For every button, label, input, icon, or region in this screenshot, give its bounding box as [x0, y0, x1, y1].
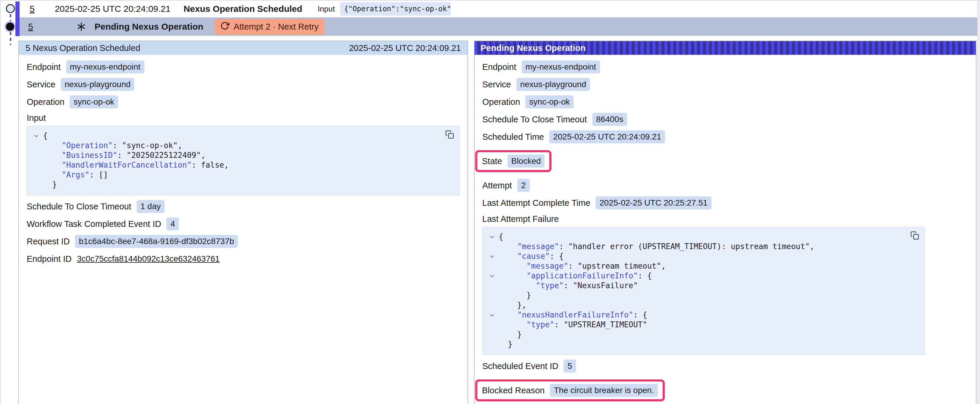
event-row-scheduled[interactable]: 5 2025-02-25 UTC 20:24:09.21 Nexus Opera…	[19, 1, 980, 17]
field-label: Last Attempt Complete Time	[482, 198, 590, 208]
field-label: Service	[27, 80, 56, 89]
last-attempt-failure-label: Last Attempt Failure	[482, 214, 968, 224]
blocked-reason-chip: The circuit breaker is open.	[550, 384, 658, 397]
field-scheduled-time: Scheduled Time 2025-02-25 UTC 20:24:09.2…	[482, 130, 968, 143]
field-scheduled-event-id: Scheduled Event ID 5	[482, 360, 968, 372]
json-line: }	[485, 291, 907, 300]
field-label: Endpoint	[482, 62, 516, 72]
json-line: "message": "upstream timeout",	[485, 261, 907, 271]
input-preview-chip[interactable]: {"Operation":"sync-op-ok","BusinessID":"…	[340, 2, 450, 16]
collapse-chevron-icon[interactable]	[489, 255, 495, 258]
pending-panel-title: Pending Nexus Operation	[480, 43, 586, 53]
json-line: "type": "UPSTREAM_TIMEOUT"	[485, 320, 907, 330]
field-label: Workflow Task Completed Event ID	[27, 219, 161, 229]
field-schedule-to-close: Schedule To Close Timeout 1 day	[27, 200, 460, 213]
copy-icon[interactable]	[445, 130, 455, 140]
field-value-chip: 2	[517, 179, 530, 192]
field-label: Operation	[27, 97, 64, 107]
field-operation: Operation sync-op-ok	[482, 95, 968, 108]
field-endpoint: Endpoint my-nexus-endpoint	[27, 60, 460, 73]
pending-event-id-link[interactable]: 5	[28, 22, 33, 32]
event-title: Nexus Operation Scheduled	[184, 4, 302, 14]
event-id-link[interactable]: 5	[30, 4, 35, 14]
pending-row-title: Pending Nexus Operation	[95, 22, 204, 32]
json-line: "BusinessID": "20250225122409",	[29, 151, 442, 160]
field-service: Service nexus-playground	[27, 78, 460, 91]
field-value-chip: nexus-playground	[61, 78, 135, 91]
page-left-border	[0, 1, 1, 404]
collapse-chevron-icon[interactable]	[489, 274, 495, 278]
timeline-filled-dot	[6, 22, 14, 31]
input-section-label: Input	[27, 113, 460, 123]
selected-group-indicator-bar	[16, 2, 19, 36]
failure-json-lines: { "message": "handler error (UPSTREAM_TI…	[485, 232, 907, 349]
field-value-chip: 86400s	[592, 113, 627, 126]
field-request-id: Request ID b1c6a4bc-8ee7-468a-9169-df3b0…	[27, 235, 460, 248]
field-label: Blocked Reason	[482, 386, 544, 395]
field-label: Scheduled Event ID	[482, 361, 558, 371]
event-details-header: 5 Nexus Operation Scheduled 2025-02-25 U…	[19, 41, 468, 55]
field-operation: Operation sync-op-ok	[27, 95, 460, 108]
input-json-lines: { "Operation": "sync-op-ok", "BusinessID…	[29, 131, 442, 190]
field-label: Schedule To Close Timeout	[27, 202, 131, 211]
field-label: State	[482, 156, 502, 166]
field-label: Endpoint ID	[27, 254, 72, 264]
pending-operation-panel: Pending Nexus Operation Endpoint my-nexu…	[474, 41, 977, 404]
state-value-chip: Blocked	[508, 155, 545, 168]
field-last-attempt-complete-time: Last Attempt Complete Time 2025-02-25 UT…	[482, 196, 968, 209]
event-timestamp: 2025-02-25 UTC 20:24:09.21	[55, 4, 170, 14]
json-line: }	[29, 180, 442, 190]
collapse-chevron-icon[interactable]	[489, 314, 495, 317]
field-label: Endpoint	[27, 62, 61, 72]
collapse-chevron-icon[interactable]	[489, 235, 495, 239]
pending-operation-row[interactable]: 5 Pending Nexus Operation Attempt 2 · Ne…	[19, 17, 980, 36]
json-line: "applicationFailureInfo": {	[485, 271, 907, 281]
field-value-chip: 4	[166, 217, 179, 230]
field-value-chip: 5	[563, 360, 576, 372]
json-line: "Args": []	[29, 170, 442, 180]
event-timeline-gutter	[2, 1, 15, 48]
input-label: Input	[318, 5, 335, 14]
field-schedule-to-close: Schedule To Close Timeout 86400s	[482, 113, 968, 126]
state-highlight-box: State Blocked	[475, 150, 551, 172]
field-value-chip: sync-op-ok	[525, 95, 574, 108]
pending-panel-header: Pending Nexus Operation	[474, 41, 976, 55]
json-line: "type": "NexusFailure"	[485, 281, 907, 291]
blocked-reason-highlight-box: Blocked Reason The circuit breaker is op…	[475, 379, 665, 401]
field-service: Service nexus-playground	[482, 78, 968, 91]
endpoint-id-link[interactable]: 3c0c75ccfa8144b092c13ce632463761	[77, 254, 220, 264]
field-label: Operation	[482, 97, 520, 107]
event-details-header-timestamp: 2025-02-25 UTC 20:24:09.21	[349, 43, 461, 53]
json-line: {	[485, 232, 907, 242]
json-line: "message": "handler error (UPSTREAM_TIME…	[485, 242, 907, 252]
field-label: Service	[482, 80, 511, 89]
field-value-chip: nexus-playground	[516, 78, 590, 91]
pending-asterisk-icon	[77, 22, 86, 31]
json-line: "Operation": "sync-op-ok",	[29, 141, 442, 151]
event-details-panel: 5 Nexus Operation Scheduled 2025-02-25 U…	[18, 41, 468, 404]
field-label: Scheduled Time	[482, 132, 544, 142]
field-value-chip: 1 day	[137, 200, 165, 213]
field-value-chip: b1c6a4bc-8ee7-468a-9169-df3b02c8737b	[75, 235, 238, 248]
field-value-chip: sync-op-ok	[70, 95, 118, 108]
event-details-header-title: 5 Nexus Operation Scheduled	[25, 43, 140, 53]
retry-badge-label: Attempt 2 · Next Retry	[234, 22, 318, 32]
vertical-scrollbar[interactable]	[977, 1, 980, 404]
field-label: Attempt	[482, 181, 512, 190]
json-line: "cause": {	[485, 252, 907, 261]
retry-icon	[220, 21, 229, 32]
collapse-chevron-icon[interactable]	[34, 134, 39, 138]
timeline-open-dot	[6, 4, 15, 13]
json-line: "HandlerWaitForCancellation": false,	[29, 160, 442, 170]
field-value-chip: 2025-02-25 UTC 20:25:27.51	[596, 196, 711, 209]
input-json-block: { "Operation": "sync-op-ok", "BusinessID…	[27, 126, 460, 195]
field-value-chip: 2025-02-25 UTC 20:24:09.21	[549, 130, 665, 143]
json-line: }	[485, 339, 907, 349]
field-wft-completed-event-id: Workflow Task Completed Event ID 4	[27, 217, 460, 230]
retry-status-badge: Attempt 2 · Next Retry	[215, 19, 325, 35]
field-label: Request ID	[27, 237, 70, 246]
field-label: Schedule To Close Timeout	[482, 115, 587, 124]
field-endpoint: Endpoint my-nexus-endpoint	[482, 60, 968, 73]
copy-icon[interactable]	[910, 231, 920, 241]
json-line: {	[29, 131, 442, 141]
